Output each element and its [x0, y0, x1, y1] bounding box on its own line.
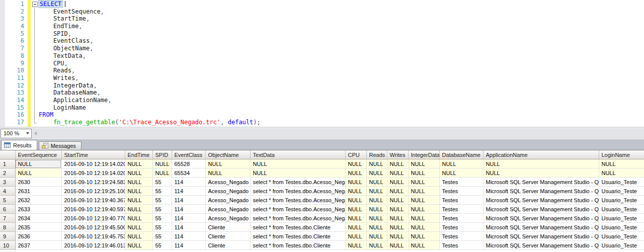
grid-cell[interactable]: select * from Testes.dbo.Cliente: [250, 232, 345, 241]
grid-cell[interactable]: select * from Testes.dbo.Acesso_Negado: [250, 205, 345, 214]
grid-cell[interactable]: Usuario_Teste: [599, 241, 644, 250]
grid-cell[interactable]: 2633: [15, 205, 61, 214]
line-number[interactable]: 5: [5, 30, 26, 38]
grid-cell[interactable]: 2016-09-10 12:19:14.020: [61, 169, 125, 178]
code-line[interactable]: FROM: [39, 111, 644, 119]
grid-cell[interactable]: 114: [172, 187, 205, 196]
grid-cell[interactable]: 114: [172, 214, 205, 223]
code-line[interactable]: EventSequence,: [39, 8, 644, 16]
grid-cell[interactable]: NULL: [408, 169, 439, 178]
code-line[interactable]: ObjectName,: [39, 45, 644, 52]
line-number[interactable]: 1: [5, 1, 26, 8]
grid-cell[interactable]: NULL: [366, 169, 387, 178]
grid-cell[interactable]: NULL: [599, 159, 644, 169]
results-table[interactable]: EventSequenceStartTimeEndTimeSPIDEventCl…: [0, 150, 644, 250]
grid-cell[interactable]: 2016-09-10 12:19:45.753: [61, 232, 125, 241]
grid-cell[interactable]: Usuario_Teste: [599, 223, 644, 232]
row-number[interactable]: 5: [0, 196, 15, 205]
grid-cell[interactable]: NULL: [125, 205, 152, 214]
grid-cell[interactable]: NULL: [345, 187, 366, 196]
grid-cell[interactable]: NULL: [408, 178, 439, 187]
grid-cell[interactable]: Usuario_Teste: [599, 178, 644, 187]
code-line[interactable]: fn_trace_gettable('C:\Trace_Acesso_Negad…: [39, 119, 644, 126]
grid-cell[interactable]: NULL: [125, 223, 152, 232]
grid-cell[interactable]: NULL: [387, 241, 408, 250]
sql-editor[interactable]: 1234567891011121314151617 SELECTEventSeq…: [0, 0, 644, 127]
column-header[interactable]: EventClass: [172, 150, 205, 159]
grid-cell[interactable]: Acesso_Negado: [205, 205, 250, 214]
line-number[interactable]: 3: [5, 15, 26, 23]
grid-cell[interactable]: NULL: [366, 196, 387, 205]
row-number[interactable]: 9: [0, 232, 15, 241]
select-all-corner[interactable]: [0, 150, 15, 159]
grid-cell[interactable]: 2016-09-10 12:19:14.020: [61, 159, 125, 169]
line-number[interactable]: 6: [5, 37, 26, 45]
grid-cell[interactable]: NULL: [250, 159, 345, 169]
grid-cell[interactable]: NULL: [387, 187, 408, 196]
code-line[interactable]: StartTime,: [39, 15, 644, 23]
grid-cell[interactable]: 55: [152, 178, 172, 187]
grid-cell[interactable]: 114: [172, 241, 205, 250]
code-line[interactable]: SELECT: [39, 1, 644, 8]
grid-cell[interactable]: 55: [152, 187, 172, 196]
grid-cell[interactable]: 55: [152, 223, 172, 232]
grid-cell[interactable]: NULL: [366, 214, 387, 223]
line-number[interactable]: 17: [5, 119, 26, 126]
grid-cell[interactable]: NULL: [408, 159, 439, 169]
grid-cell[interactable]: Acesso_Negado: [205, 214, 250, 223]
grid-cell[interactable]: NULL: [125, 187, 152, 196]
editor-horizontal-scrollbar[interactable]: [32, 129, 644, 138]
grid-cell[interactable]: select * from Testes.dbo.Cliente: [250, 223, 345, 232]
grid-cell[interactable]: Acesso_Negado: [205, 178, 250, 187]
grid-cell[interactable]: NULL: [439, 159, 483, 169]
row-number[interactable]: 7: [0, 214, 15, 223]
grid-cell[interactable]: 2016-09-10 12:19:25.100: [61, 187, 125, 196]
grid-cell[interactable]: NULL: [345, 178, 366, 187]
scroll-left-icon[interactable]: [34, 131, 37, 135]
column-header[interactable]: SPID: [152, 150, 172, 159]
grid-cell[interactable]: select * from Testes.dbo.Acesso_Negado: [250, 196, 345, 205]
grid-cell[interactable]: NULL: [345, 169, 366, 178]
column-header[interactable]: Reads: [366, 150, 387, 159]
grid-cell[interactable]: 114: [172, 178, 205, 187]
line-number[interactable]: 16: [5, 111, 26, 119]
line-number[interactable]: 9: [5, 60, 26, 67]
code-line[interactable]: ApplicationName,: [39, 97, 644, 104]
code-line[interactable]: EndTime,: [39, 23, 644, 30]
grid-cell[interactable]: NULL: [483, 159, 599, 169]
grid-cell[interactable]: NULL: [345, 241, 366, 250]
grid-cell[interactable]: Microsoft SQL Server Management Studio -…: [483, 205, 599, 214]
grid-cell[interactable]: NULL: [439, 169, 483, 178]
grid-cell[interactable]: NULL: [366, 232, 387, 241]
grid-cell[interactable]: Testes: [439, 241, 483, 250]
code-line[interactable]: IntegerData,: [39, 82, 644, 90]
grid-cell[interactable]: NULL: [366, 159, 387, 169]
grid-cell[interactable]: Microsoft SQL Server Management Studio -…: [483, 241, 599, 250]
grid-cell[interactable]: NULL: [408, 187, 439, 196]
results-grid[interactable]: EventSequenceStartTimeEndTimeSPIDEventCl…: [0, 150, 644, 252]
grid-cell[interactable]: 55: [152, 214, 172, 223]
grid-cell[interactable]: Usuario_Teste: [599, 214, 644, 223]
grid-cell[interactable]: NULL: [345, 223, 366, 232]
column-header[interactable]: CPU: [345, 150, 366, 159]
line-number[interactable]: 13: [5, 89, 26, 97]
line-number[interactable]: 12: [5, 82, 26, 90]
line-number[interactable]: 7: [5, 45, 26, 52]
grid-cell[interactable]: NULL: [366, 223, 387, 232]
grid-cell[interactable]: select * from Testes.dbo.Acesso_Negado: [250, 187, 345, 196]
collapse-region-toggle[interactable]: [32, 2, 38, 7]
grid-cell[interactable]: NULL: [205, 169, 250, 178]
grid-cell[interactable]: NULL: [125, 196, 152, 205]
grid-cell[interactable]: 114: [172, 223, 205, 232]
grid-cell[interactable]: NULL: [387, 223, 408, 232]
grid-cell[interactable]: Acesso_Negado: [205, 187, 250, 196]
grid-cell[interactable]: 2016-09-10 12:19:40.597: [61, 205, 125, 214]
grid-cell[interactable]: Usuario_Teste: [599, 196, 644, 205]
grid-cell[interactable]: NULL: [387, 196, 408, 205]
grid-cell[interactable]: Usuario_Teste: [599, 187, 644, 196]
code-line[interactable]: TextData,: [39, 52, 644, 60]
grid-cell[interactable]: Testes: [439, 214, 483, 223]
grid-cell[interactable]: NULL: [599, 169, 644, 178]
code-line[interactable]: Reads,: [39, 67, 644, 74]
grid-cell[interactable]: Cliente: [205, 241, 250, 250]
